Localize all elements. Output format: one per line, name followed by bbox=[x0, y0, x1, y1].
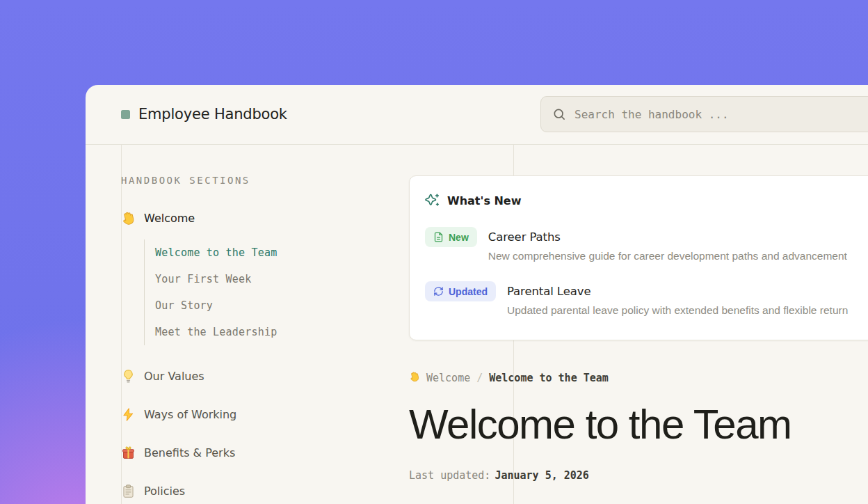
refresh-icon bbox=[433, 286, 444, 297]
sidebar-subitem-our-story[interactable]: Our Story bbox=[155, 292, 413, 319]
whats-new-title: What's New bbox=[447, 194, 522, 207]
main-content: What's New NewCareer PathsNew comprehens… bbox=[409, 144, 868, 482]
sidebar-heading: HANDBOOK SECTIONS bbox=[121, 175, 413, 186]
last-updated-value: January 5, 2026 bbox=[495, 469, 588, 482]
sidebar-item-label: Policies bbox=[144, 485, 185, 498]
whats-new-item-parental-leave[interactable]: UpdatedParental LeaveUpdated parental le… bbox=[425, 281, 868, 317]
sidebar-item-label: Ways of Working bbox=[144, 408, 236, 421]
whats-new-item-description: New comprehensive guide for career devel… bbox=[488, 250, 847, 262]
sidebar-section-welcome: WelcomeWelcome to the TeamYour First Wee… bbox=[121, 211, 413, 345]
bulb-icon bbox=[121, 369, 136, 384]
app-header: Employee Handbook bbox=[86, 85, 868, 144]
app-brand: Employee Handbook bbox=[121, 106, 287, 123]
sidebar-subitem-meet-the-leadership[interactable]: Meet the Leadership bbox=[155, 319, 413, 345]
sidebar-item-label: Welcome bbox=[144, 212, 195, 225]
sidebar-section-ways-of-working: Ways of Working bbox=[121, 407, 413, 422]
breadcrumb-current-page: Welcome to the Team bbox=[489, 372, 609, 384]
sidebar-subitem-welcome-to-the-team[interactable]: Welcome to the Team bbox=[155, 239, 413, 266]
sidebar-subitem-your-first-week[interactable]: Your First Week bbox=[155, 266, 413, 292]
whats-new-item-description: Updated parental leave policy with exten… bbox=[507, 304, 848, 317]
sidebar-item-label: Benefits & Perks bbox=[144, 446, 235, 459]
wave-icon bbox=[121, 211, 136, 226]
search-input[interactable] bbox=[574, 108, 868, 121]
sidebar: HANDBOOK SECTIONS WelcomeWelcome to the … bbox=[121, 144, 413, 498]
sidebar-section-policies: Policies bbox=[121, 484, 413, 498]
app-logo-icon bbox=[121, 110, 130, 119]
sidebar-item-benefits-perks[interactable]: Benefits & Perks bbox=[121, 446, 413, 460]
sidebar-section-benefits-perks: Benefits & Perks bbox=[121, 446, 413, 460]
clipboard-icon bbox=[121, 484, 136, 498]
sidebar-nav: WelcomeWelcome to the TeamYour First Wee… bbox=[121, 211, 413, 498]
whats-new-item-title: Career Paths bbox=[488, 227, 847, 247]
handbook-app-window: Employee Handbook HANDBOOK SECTIONS Welc… bbox=[86, 85, 868, 504]
status-badge-label: New bbox=[449, 232, 469, 243]
doc-icon bbox=[433, 232, 444, 242]
breadcrumb-separator: / bbox=[476, 372, 483, 384]
sidebar-item-policies[interactable]: Policies bbox=[121, 484, 413, 498]
desktop-background: { "app": { "title": "Employee Handbook" … bbox=[0, 0, 868, 504]
sparkles-icon bbox=[425, 193, 440, 208]
status-badge-new: New bbox=[425, 227, 477, 247]
breadcrumb: Welcome / Welcome to the Team bbox=[409, 371, 868, 385]
sidebar-section-our-values: Our Values bbox=[121, 369, 413, 384]
wave-icon bbox=[409, 371, 420, 385]
sidebar-item-label: Our Values bbox=[144, 370, 204, 383]
whats-new-item-title: Parental Leave bbox=[507, 281, 848, 301]
sidebar-sublist: Welcome to the TeamYour First WeekOur St… bbox=[144, 239, 413, 345]
sidebar-item-ways-of-working[interactable]: Ways of Working bbox=[121, 407, 413, 422]
status-badge-label: Updated bbox=[449, 286, 488, 297]
zap-icon bbox=[121, 407, 136, 422]
breadcrumb-section-link[interactable]: Welcome bbox=[426, 372, 470, 384]
whats-new-header: What's New bbox=[425, 193, 868, 208]
status-badge-updated: Updated bbox=[425, 281, 496, 301]
whats-new-item-career-paths[interactable]: NewCareer PathsNew comprehensive guide f… bbox=[425, 227, 868, 262]
whats-new-card: What's New NewCareer PathsNew comprehens… bbox=[409, 175, 868, 340]
search-icon bbox=[552, 107, 566, 121]
last-updated-label: Last updated: bbox=[409, 469, 490, 482]
whats-new-item-text: Career PathsNew comprehensive guide for … bbox=[488, 227, 847, 262]
whats-new-items: NewCareer PathsNew comprehensive guide f… bbox=[425, 227, 868, 317]
gift-icon bbox=[121, 446, 136, 460]
whats-new-item-text: Parental LeaveUpdated parental leave pol… bbox=[507, 281, 848, 317]
app-title: Employee Handbook bbox=[138, 106, 287, 123]
search-bar[interactable] bbox=[540, 96, 868, 132]
sidebar-item-welcome[interactable]: Welcome bbox=[121, 211, 413, 226]
last-updated: Last updated:January 5, 2026 bbox=[409, 469, 868, 482]
page-title: Welcome to the Team bbox=[409, 400, 868, 448]
sidebar-item-our-values[interactable]: Our Values bbox=[121, 369, 413, 384]
